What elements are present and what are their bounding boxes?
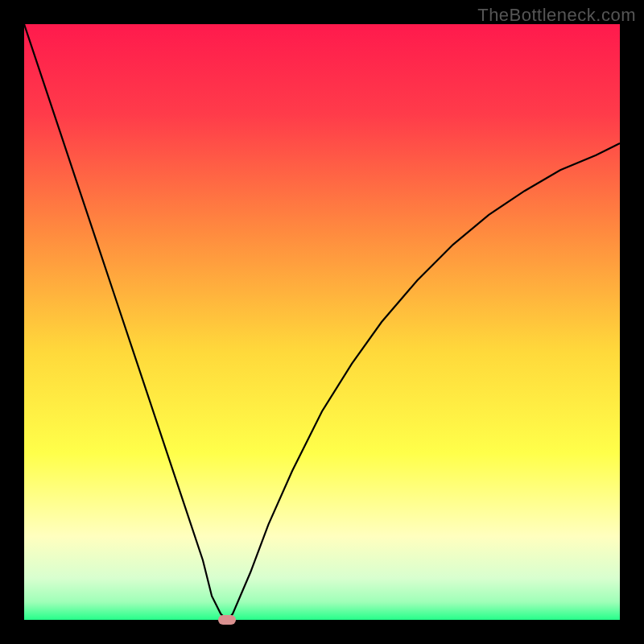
watermark-text: TheBottleneck.com: [477, 5, 636, 26]
chart-background: [24, 24, 620, 620]
bottleneck-chart: [24, 24, 620, 620]
chart-container: [24, 24, 620, 620]
optimum-marker: [218, 615, 236, 625]
